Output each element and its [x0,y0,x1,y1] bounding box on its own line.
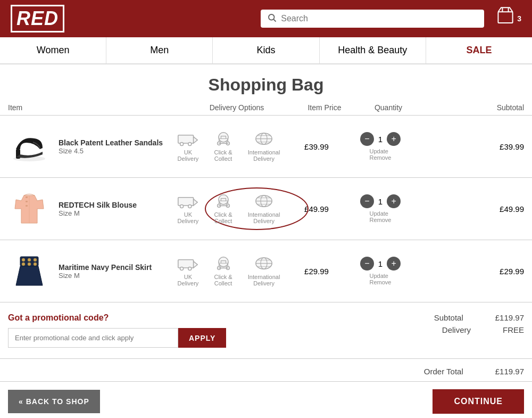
collect-label: Click &Collect [214,211,232,224]
uk-delivery-label: UKDelivery [178,274,199,286]
uk-delivery-label: UKDelivery [178,211,199,224]
delivery-international[interactable]: InternationalDelivery [248,193,280,224]
delivery-uk[interactable]: UKDelivery [178,131,199,162]
collect-label: Click &Collect [214,149,232,162]
item-size: Size M [59,272,170,280]
col-header-quantity: Quantity [354,103,423,112]
international-icon [254,256,274,272]
nav-women[interactable]: Women [0,37,106,63]
shoe-illustration [11,128,48,165]
delivery-label: Delivery [442,325,471,334]
promo-input[interactable] [8,328,178,348]
col-header-delivery: Delivery Options [178,103,295,112]
delivery-uk[interactable]: UKDelivery [178,256,199,286]
svg-rect-43 [178,260,194,268]
search-icon [267,13,277,24]
update-remove-links: UpdateRemove [370,273,392,285]
item-name: Maritime Navy Pencil Skirt [59,263,170,272]
footer-buttons: « BACK TO SHOP CONTINUE [0,382,532,418]
item-subtotal: £29.99 [415,267,524,276]
svg-point-38 [22,263,25,266]
nav-men[interactable]: Men [106,37,213,63]
continue-button[interactable]: CONTINUE [433,389,524,414]
international-icon [254,131,274,147]
svg-point-42 [34,263,37,266]
svg-point-9 [180,142,184,145]
order-total-label: Order Total [424,367,463,376]
blouse-illustration [11,190,48,227]
delivery-row: Delivery FREE [375,325,524,334]
subtotal-row: Subtotal £119.97 [375,313,524,322]
skirt-illustration [11,252,48,290]
cart-count: 3 [517,14,521,23]
svg-rect-21 [26,196,28,198]
item-qty: − 1 + UpdateRemove [346,257,415,285]
collect-icon [213,256,234,272]
promo-section: Got a promotional code? APPLY [8,313,274,348]
delivery-collect[interactable]: Click &Collect [213,131,234,162]
item-name: Black Patent Leather Sandals [59,138,170,147]
qty-decrease-btn[interactable]: − [360,194,374,208]
order-total-value: £119.97 [495,367,524,376]
item-image [8,125,51,168]
item-price: £29.99 [287,267,346,276]
qty-increase-btn[interactable]: + [387,132,401,146]
col-header-subtotal: Subtotal [423,103,524,112]
svg-point-45 [180,267,184,270]
search-bar[interactable] [261,10,484,28]
nav-sale[interactable]: SALE [426,37,532,63]
delivery-options: UKDelivery Click &Collect InternationalD… [170,193,287,224]
collect-icon [213,131,234,147]
nav-kids[interactable]: Kids [213,37,319,63]
delivery-value: FREE [503,325,524,334]
qty-decrease-btn[interactable]: − [360,257,374,271]
qty-controls: − 1 + [360,257,401,271]
item-image [8,187,51,230]
nav-health-beauty[interactable]: Health & Beauty [320,37,426,63]
subtotal-label: Subtotal [434,313,463,322]
logo[interactable]: RED [11,5,64,32]
uk-delivery-icon [178,256,198,272]
svg-point-0 [269,14,275,20]
qty-increase-btn[interactable]: + [387,257,401,271]
update-remove-links: UpdateRemove [370,210,392,223]
svg-point-28 [218,195,228,204]
back-to-shop-button[interactable]: « BACK TO SHOP [8,390,100,413]
item-details: REDTECH Silk Blouse Size M [59,201,170,217]
cart-icon [495,6,516,31]
item-image [8,250,51,292]
svg-marker-44 [194,261,198,268]
svg-point-12 [218,133,228,142]
delivery-international[interactable]: InternationalDelivery [248,256,280,286]
delivery-international[interactable]: InternationalDelivery [248,131,280,162]
svg-line-1 [274,19,276,21]
promo-apply-button[interactable]: APPLY [178,328,226,348]
delivery-collect[interactable]: Click &Collect [213,193,234,224]
table-row: Maritime Navy Pencil Skirt Size M UKDeli… [0,240,532,302]
table-row: Black Patent Leather Sandals Size 4.5 UK… [0,116,532,178]
totals-section: Subtotal £119.97 Delivery FREE [375,313,524,348]
delivery-options: UKDelivery Click &Collect InternationalD… [170,256,287,286]
qty-increase-btn[interactable]: + [387,194,401,208]
svg-rect-2 [498,12,513,23]
international-label: InternationalDelivery [248,274,280,286]
item-subtotal: £39.99 [415,142,524,151]
delivery-uk[interactable]: UKDelivery [178,193,199,224]
item-subtotal: £49.99 [415,204,524,214]
svg-rect-22 [26,201,28,202]
search-input[interactable] [281,14,478,23]
column-headers: Item Delivery Options Item Price Quantit… [0,100,532,116]
qty-controls: − 1 + [360,132,401,146]
cart-area[interactable]: 3 [495,6,521,31]
svg-point-39 [28,258,31,261]
international-icon [254,193,274,209]
header: RED 3 [0,0,532,37]
svg-point-41 [34,258,37,261]
international-label: InternationalDelivery [248,149,280,162]
item-details: Black Patent Leather Sandals Size 4.5 [59,138,170,155]
qty-value: 1 [378,135,383,144]
qty-decrease-btn[interactable]: − [360,132,374,146]
delivery-collect[interactable]: Click &Collect [213,256,234,286]
svg-rect-23 [26,205,28,207]
svg-point-26 [180,204,184,208]
